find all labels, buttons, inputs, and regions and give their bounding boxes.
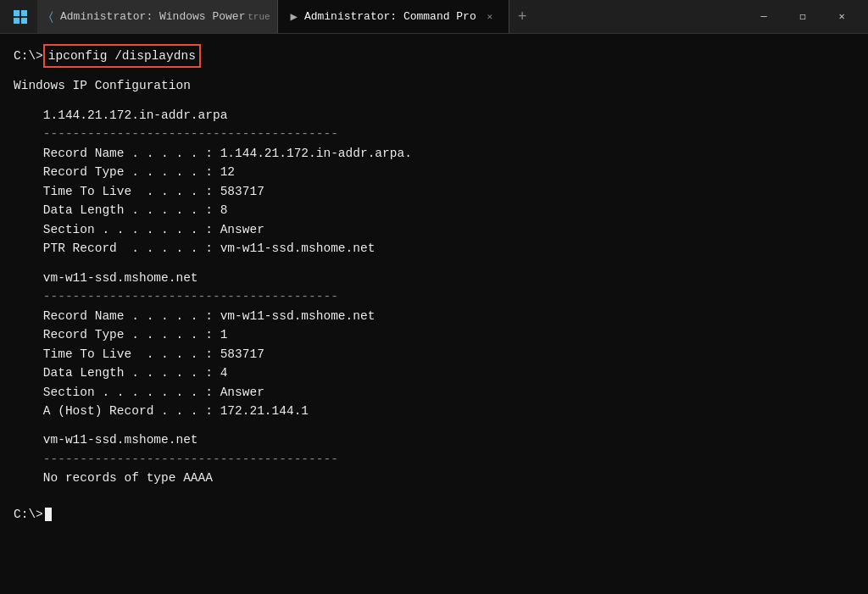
cmd-icon: ▶ [290, 9, 297, 24]
block1-field-2: Time To Live . . . . : 583717 [14, 182, 854, 201]
title-bar: 〈 Administrator: Windows Power true ▶ Ad… [0, 0, 868, 34]
tab-powershell[interactable]: 〈 Administrator: Windows Power true [37, 0, 278, 33]
block2-field-3: Data Length . . . . . : 4 [14, 364, 854, 382]
block2-field-0: Record Name . . . . . : vm-w11-ssd.mshom… [14, 307, 854, 325]
block1-divider: ---------------------------------------- [14, 125, 854, 143]
app-logo [7, 3, 34, 31]
block3-hostname: vm-w11-ssd.mshome.net [14, 430, 854, 449]
dns-block-2: vm-w11-ssd.mshome.net ------------------… [14, 269, 854, 421]
new-tab-button[interactable]: + [509, 0, 536, 33]
cursor-blink [45, 508, 52, 521]
svg-rect-2 [14, 18, 19, 24]
svg-rect-3 [21, 18, 27, 24]
window-controls: ─ ◻ ✕ [744, 3, 861, 31]
dns-block-3: vm-w11-ssd.mshome.net ------------------… [14, 430, 854, 487]
tab-cmd[interactable]: ▶ Administrator: Command Pro ✕ [278, 0, 509, 33]
close-tab-powershell[interactable]: true [252, 10, 265, 24]
dns-block-1: 1.144.21.172.in-addr.arpa --------------… [14, 106, 854, 258]
block1-field-3: Data Length . . . . . : 8 [14, 201, 854, 219]
restore-button[interactable]: ◻ [783, 3, 822, 31]
command-line: C:\> ipconfig /displaydns [14, 44, 854, 68]
block2-hostname: vm-w11-ssd.mshome.net [14, 269, 854, 287]
block2-field-1: Record Type . . . . . : 1 [14, 325, 854, 344]
block3-divider: ---------------------------------------- [14, 450, 854, 469]
command-text: ipconfig /displaydns [43, 44, 201, 68]
powershell-icon: 〈 [49, 10, 53, 24]
terminal-area[interactable]: C:\> ipconfig /displaydns Windows IP Con… [0, 34, 868, 594]
block2-field-5: A (Host) Record . . . : 172.21.144.1 [14, 402, 854, 420]
close-tab-cmd[interactable]: ✕ [483, 10, 497, 24]
close-window-button[interactable]: ✕ [822, 3, 861, 31]
block1-field-4: Section . . . . . . . : Answer [14, 220, 854, 239]
tab-powershell-label: Administrator: Windows Power [60, 10, 245, 23]
tab-group: 〈 Administrator: Windows Power true ▶ Ad… [37, 0, 744, 33]
block1-field-0: Record Name . . . . . : 1.144.21.172.in-… [14, 144, 854, 163]
empty-prompt-line: C:\> [14, 505, 854, 524]
command-prompt: C:\> [14, 47, 43, 65]
block2-field-4: Section . . . . . . . : Answer [14, 383, 854, 402]
tab-cmd-label: Administrator: Command Pro [304, 10, 476, 23]
ip-config-header: Windows IP Configuration [14, 76, 854, 95]
block1-hostname: 1.144.21.172.in-addr.arpa [14, 106, 854, 125]
svg-rect-0 [14, 10, 19, 16]
block2-divider: ---------------------------------------- [14, 287, 854, 306]
empty-prompt-text: C:\> [14, 505, 43, 524]
svg-rect-1 [21, 10, 27, 16]
block2-field-2: Time To Live . . . . : 583717 [14, 345, 854, 364]
block3-field-0: No records of type AAAA [14, 469, 854, 487]
block1-field-1: Record Type . . . . . : 12 [14, 163, 854, 181]
minimize-button[interactable]: ─ [744, 3, 783, 31]
block1-field-5: PTR Record . . . . . : vm-w11-ssd.mshome… [14, 239, 854, 258]
